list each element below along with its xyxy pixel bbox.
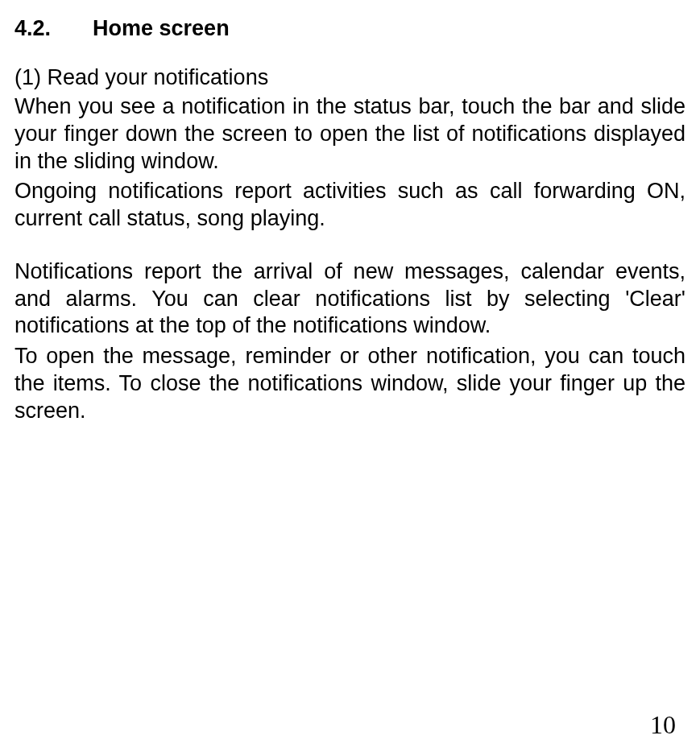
body-paragraph-3: Notifications report the arrival of new … (14, 258, 686, 340)
body-paragraph-1: When you see a notification in the statu… (14, 93, 686, 175)
body-paragraph-4: To open the message, reminder or other n… (14, 343, 686, 424)
section-heading: 4.2.Home screen (14, 16, 686, 41)
section-number: 4.2. (14, 16, 51, 41)
page-number: 10 (650, 710, 676, 740)
section-title: Home screen (93, 16, 230, 40)
subsection-heading: (1) Read your notifications (14, 65, 686, 90)
body-paragraph-2: Ongoing notifications report activities … (14, 178, 686, 233)
